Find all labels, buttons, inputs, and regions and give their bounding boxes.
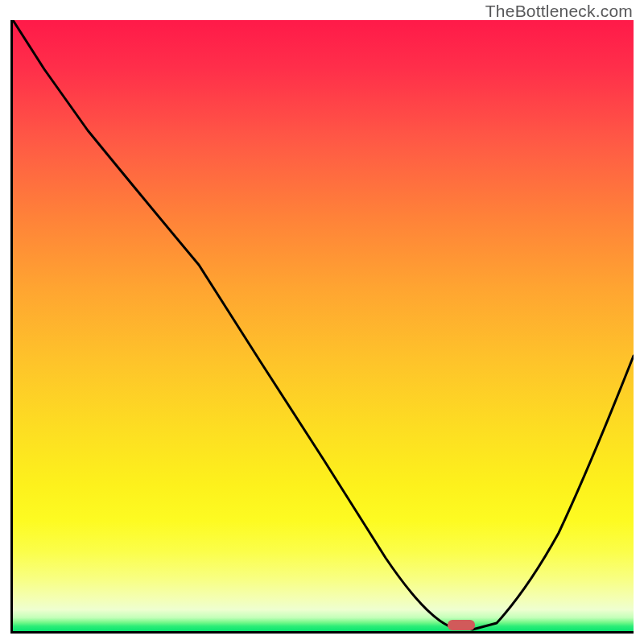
chart-area [10, 20, 634, 634]
optimal-point-marker [448, 620, 475, 630]
bottleneck-curve-path [13, 20, 634, 630]
watermark-text: TheBottleneck.com [485, 2, 633, 21]
chart-curve-layer [13, 20, 634, 631]
